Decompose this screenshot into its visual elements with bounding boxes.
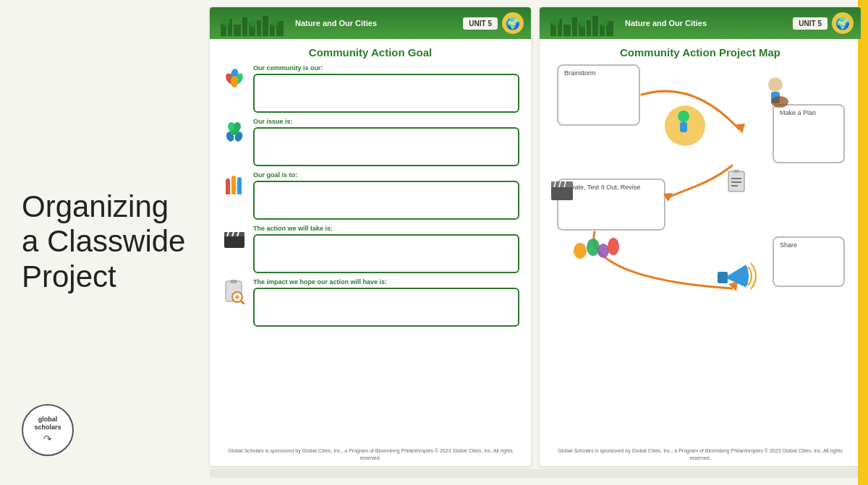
yellow-accent-bar (858, 0, 868, 485)
clapper-icon (221, 225, 247, 251)
goal-field-1: Our community is our: (253, 64, 519, 113)
svg-point-21 (234, 122, 241, 131)
city-silhouette2-icon (547, 10, 619, 36)
ws2-header-right: UNIT 5 🌍 (793, 12, 854, 34)
svg-point-10 (221, 16, 230, 26)
goal-input-3[interactable] (253, 181, 519, 220)
svg-rect-22 (226, 179, 230, 192)
goal-field-2: Our issue is: (253, 118, 519, 166)
city-silhouette-icon (217, 10, 289, 36)
impact-icon (221, 278, 247, 304)
ws2-body: Community Action Project Map Brainstorm … (540, 39, 861, 466)
svg-rect-74 (771, 92, 780, 103)
svg-rect-4 (242, 17, 247, 36)
goal-input-1[interactable] (253, 74, 519, 113)
svg-line-64 (554, 181, 556, 187)
goal-icon (221, 171, 247, 197)
goal-label-1: Our community is our: (253, 64, 519, 72)
goal-input-4[interactable] (253, 234, 519, 273)
goal-label-5: The impact we hope our action will have … (253, 278, 519, 286)
svg-rect-7 (263, 16, 268, 36)
ws1-header-left: Nature and Our Cities (217, 10, 377, 36)
worksheets-row: Nature and Our Cities UNIT 5 🌍 Community… (210, 7, 861, 466)
ws1-header-right: UNIT 5 🌍 (463, 12, 524, 34)
svg-point-12 (271, 18, 278, 27)
logo-container: global scholars ↷ (22, 404, 188, 456)
raised-hands-icon (221, 171, 247, 197)
svg-point-16 (231, 76, 238, 87)
svg-point-49 (579, 19, 587, 27)
clapperboard-icon (221, 225, 247, 251)
ws1-body: Community Action Goal (210, 39, 531, 466)
ws2-unit-badge: UNIT 5 (793, 17, 827, 30)
goal-form: Our community is our: (221, 64, 519, 443)
global-scholars-logo: global scholars ↷ (22, 404, 74, 456)
goal-input-2[interactable] (253, 127, 519, 166)
svg-marker-51 (736, 124, 745, 134)
goal-row-2: Our issue is: (221, 118, 519, 166)
right-area: Nature and Our Cities UNIT 5 🌍 Community… (210, 0, 868, 485)
svg-rect-58 (733, 170, 739, 173)
svg-point-68 (587, 239, 600, 256)
svg-rect-25 (226, 190, 230, 194)
ws1-unit-badge: UNIT 5 (463, 17, 498, 30)
brainstorm-box: Brainstorm (557, 64, 640, 126)
ws2-header-left: Nature and Our Cities (547, 10, 707, 36)
svg-point-48 (551, 16, 560, 26)
svg-point-69 (597, 244, 609, 258)
community-icon (221, 64, 247, 90)
goal-row-3: Our goal is to: (221, 171, 519, 220)
project-map-container: Brainstorm Make a Plan Create, Test It O… (551, 64, 849, 443)
svg-point-72 (741, 265, 749, 287)
goal-row-4: The action we will take is: (221, 225, 519, 273)
worksheet1-header: Nature and Our Cities UNIT 5 🌍 (210, 7, 531, 39)
svg-rect-3 (234, 25, 241, 36)
svg-rect-23 (231, 176, 236, 192)
goal-field-5: The impact we hope our action will have … (253, 278, 519, 327)
svg-rect-24 (237, 177, 242, 192)
hands-together-icon (221, 64, 247, 90)
clipboard-magnify-icon (221, 278, 247, 304)
goal-field-4: The action we will take is: (253, 225, 519, 273)
svg-point-50 (601, 18, 608, 27)
worksheet2-header: Nature and Our Cities UNIT 5 🌍 (540, 7, 861, 39)
svg-point-73 (768, 77, 783, 92)
ws2-title: Nature and Our Cities (625, 19, 707, 27)
svg-rect-28 (224, 235, 244, 248)
goal-label-3: Our goal is to: (253, 171, 519, 179)
goal-input-5[interactable] (253, 288, 519, 327)
svg-rect-6 (257, 20, 261, 36)
svg-rect-71 (718, 272, 728, 283)
svg-point-70 (608, 238, 619, 255)
create-box: Create, Test It Out, Revise (557, 179, 665, 231)
svg-rect-34 (230, 280, 237, 283)
ws1-title: Nature and Our Cities (295, 19, 377, 27)
svg-marker-53 (728, 281, 738, 291)
worksheet-goal: Nature and Our Cities UNIT 5 🌍 Community… (210, 7, 531, 466)
main-title: Organizing a Classwide Project (22, 189, 188, 294)
ws2-section-title: Community Action Project Map (551, 46, 849, 59)
svg-point-11 (250, 19, 257, 27)
left-panel: Organizing a Classwide Project global sc… (0, 0, 210, 485)
bottom-strip (210, 469, 861, 478)
ws1-section-title: Community Action Goal (221, 46, 519, 59)
svg-rect-26 (231, 190, 236, 194)
svg-rect-27 (237, 190, 242, 194)
share-box: Share (773, 236, 845, 287)
svg-rect-44 (587, 20, 591, 36)
goal-label-2: Our issue is: (253, 118, 519, 125)
makeplan-box: Make a Plan (773, 104, 845, 163)
svg-point-67 (574, 243, 587, 259)
svg-rect-57 (728, 171, 744, 192)
goal-row-5: The impact we hope our action will have … (221, 278, 519, 327)
ws2-footer: Global Scholars is sponsored by Global C… (551, 447, 849, 462)
worksheet-map: Nature and Our Cities UNIT 5 🌍 Community… (540, 7, 861, 466)
plant-hands-icon (221, 118, 247, 144)
goal-label-4: The action we will take is: (253, 225, 519, 232)
globe2-icon: 🌍 (832, 12, 854, 34)
logo-text-global: global (34, 416, 61, 424)
svg-rect-42 (572, 17, 577, 36)
svg-point-55 (678, 111, 689, 122)
svg-rect-41 (563, 25, 571, 36)
goal-field-3: Our goal is to: (253, 171, 519, 220)
